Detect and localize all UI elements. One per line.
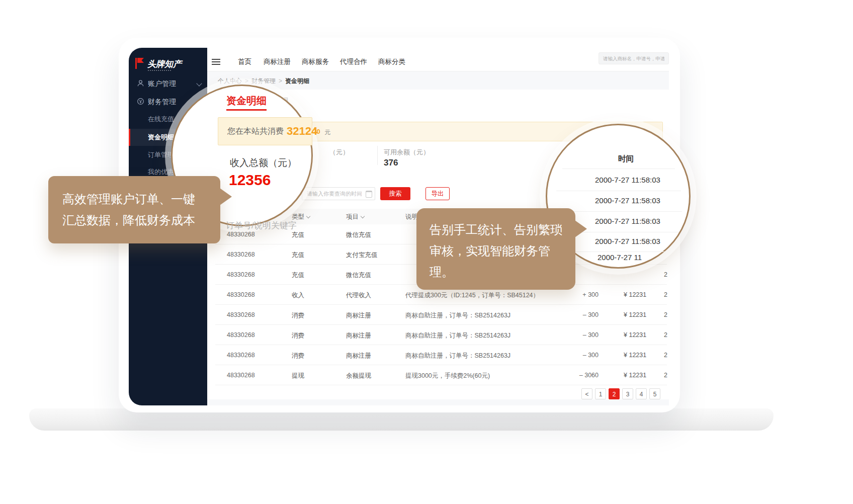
- cell-type: 充值: [292, 231, 304, 239]
- table-row: 48330268 消费 商标注册 商标自助注册，订单号：SB2514263J –…: [215, 305, 667, 325]
- calendar-icon[interactable]: [366, 191, 372, 198]
- nav-item-services[interactable]: 商标服务: [302, 57, 329, 66]
- consume-total-label-fragment: （元）: [329, 148, 349, 157]
- time-cell-partial-zoomed: 2000-7-27 11: [598, 253, 642, 262]
- callout-left-line: 汇总数据，降低财务成本: [62, 210, 220, 231]
- cell-project: 代理收入: [346, 291, 371, 300]
- sidebar-item-label: 账户管理: [148, 79, 176, 89]
- cell-amount: – 300: [543, 331, 599, 339]
- pagination-prev-button[interactable]: <: [581, 388, 592, 399]
- row-divider: [556, 191, 681, 191]
- sidebar-subitem-funds[interactable]: 资金明细: [148, 133, 174, 142]
- cell-type: 提现: [292, 372, 304, 380]
- hamburger-menu-icon[interactable]: [212, 59, 220, 65]
- table-row: 48330268 提现 余额提现 提现3000元，手续费2%(60元) – 30…: [215, 365, 667, 385]
- cell-project: 商标注册: [346, 311, 371, 320]
- cell-desc: 代理提成300元（ID:1245，订单号：SB45124）: [405, 291, 539, 300]
- breadcrumb-separator: >: [245, 77, 248, 85]
- nav-item-category[interactable]: 商标分类: [378, 57, 405, 66]
- nav-item-register[interactable]: 商标注册: [264, 57, 291, 66]
- stats-divider: [377, 146, 378, 165]
- column-header-label: 项目: [346, 213, 359, 220]
- column-header-order-zoomed: 订单号/说明关键字: [226, 220, 297, 231]
- nav-item-home[interactable]: 首页: [238, 57, 251, 66]
- cell-type: 收入: [292, 291, 304, 300]
- column-header-project[interactable]: 项目: [346, 213, 364, 221]
- callout-left: 高效管理账户订单、一键 汇总数据，降低财务成本: [48, 176, 220, 243]
- available-balance-label: 可用余额（元）: [384, 148, 430, 157]
- cell-order: 48330268: [227, 251, 255, 258]
- cell-order: 48330268: [227, 291, 255, 298]
- content-bottom-band: [207, 399, 669, 405]
- breadcrumb-separator: >: [279, 77, 282, 85]
- user-icon: [137, 79, 144, 87]
- pagination-page-4[interactable]: 4: [636, 388, 647, 399]
- pagination-page-2-active[interactable]: 2: [609, 388, 620, 399]
- cell-time-fragment: 2: [664, 372, 669, 379]
- cell-time-fragment: 2: [664, 291, 669, 298]
- cell-type: 消费: [292, 331, 304, 340]
- time-query-input[interactable]: [302, 187, 375, 200]
- pagination-page-3[interactable]: 3: [622, 388, 633, 399]
- pagination-page-1[interactable]: 1: [595, 388, 606, 399]
- tab-funds-detail-zoomed[interactable]: 资金明细: [226, 94, 267, 108]
- cell-project: 微信充值: [346, 231, 371, 239]
- cell-amount: – 300: [543, 352, 599, 359]
- cell-balance: ¥ 12231: [624, 372, 646, 379]
- cell-order: 48330268: [227, 271, 255, 278]
- cell-order: 48330268: [227, 331, 255, 339]
- cell-desc: 提现3000元，手续费2%(60元): [405, 372, 490, 380]
- income-total-label: 收入总额（元）: [230, 156, 297, 170]
- cell-order: 48330268: [227, 231, 255, 238]
- breadcrumb-item[interactable]: 个人中心: [218, 77, 242, 85]
- stage: 头牌知产 账户管理 财务管理 在线充值 资金明细 订单管理 我的优惠券 我的发票…: [0, 0, 853, 504]
- cell-type: 充值: [292, 271, 304, 280]
- cell-project: 微信充值: [346, 271, 371, 280]
- sidebar-active-indicator: [129, 129, 130, 146]
- banner-prefix: 您在本站共消费: [227, 126, 284, 137]
- brand-logo-text: 头牌知产: [147, 58, 182, 70]
- cell-amount: – 3060: [543, 372, 599, 379]
- cell-project: 商标注册: [346, 331, 371, 340]
- sidebar-item-label: 财务管理: [148, 98, 176, 107]
- cell-time-fragment: 2: [664, 352, 669, 359]
- trademark-search-input[interactable]: [599, 52, 669, 64]
- callout-right: 告别手工统计、告别繁琐 审核，实现智能财务管 理。: [416, 208, 575, 290]
- search-button[interactable]: 搜索: [380, 187, 410, 200]
- row-divider: [572, 251, 665, 252]
- breadcrumb-item-current: 资金明细: [285, 77, 309, 85]
- cell-order: 48330268: [227, 372, 255, 379]
- callout-right-line: 审核，实现智能财务管: [430, 240, 575, 262]
- time-cell-zoomed: 2000-7-27 11:58:03: [595, 217, 660, 225]
- time-cell-zoomed: 2000-7-27 11:58:03: [595, 237, 660, 245]
- brand-logo-icon: [134, 57, 146, 70]
- cell-amount: – 300: [543, 311, 599, 318]
- banner-unit: 元: [324, 128, 330, 137]
- caret-down-icon: [361, 214, 365, 218]
- sidebar-subitem-orders[interactable]: 订单管理: [148, 150, 174, 159]
- consumption-banner-zoomed: 您在本站共消费 32124: [218, 117, 312, 145]
- cell-order: 48330268: [227, 311, 255, 318]
- cell-desc: 商标自助注册，订单号：SB2514263J: [405, 352, 510, 360]
- pagination-page-5[interactable]: 5: [649, 388, 660, 399]
- sidebar-subitem-recharge[interactable]: 在线充值: [148, 115, 174, 124]
- nav-item-agency[interactable]: 代理合作: [340, 57, 367, 66]
- cell-time-fragment: 2: [664, 331, 669, 339]
- cell-desc: 商标自助注册，订单号：SB2514263J: [405, 311, 510, 320]
- finance-icon: [137, 98, 144, 105]
- cell-balance: ¥ 12231: [624, 331, 646, 339]
- callout-left-line: 高效管理账户订单、一键: [62, 189, 220, 210]
- export-button[interactable]: 导出: [425, 187, 450, 200]
- callout-right-arrow: [575, 220, 587, 237]
- breadcrumb-item[interactable]: 财务管理: [251, 77, 276, 85]
- cell-time-fragment: 2: [664, 311, 669, 318]
- cell-order: 48330268: [227, 352, 255, 359]
- breadcrumb: 个人中心>财务管理>资金明细: [218, 77, 309, 86]
- cell-project: 余额提现: [346, 372, 371, 380]
- cell-type: 消费: [292, 352, 304, 360]
- cell-type: 消费: [292, 311, 304, 320]
- cell-amount: + 300: [543, 291, 599, 298]
- callout-left-arrow: [220, 188, 232, 205]
- time-cell-zoomed: 2000-7-27 11:58:03: [595, 176, 660, 184]
- cell-type: 充值: [292, 251, 304, 260]
